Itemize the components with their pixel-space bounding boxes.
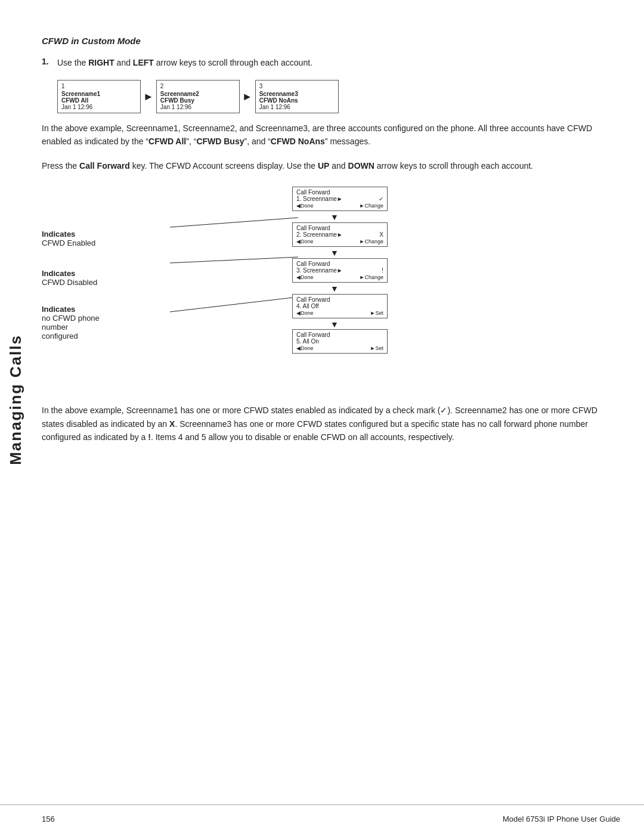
diagram-section: Indicates CFWD Enabled Indicates CFWD Di… bbox=[42, 187, 620, 389]
paragraph-1: In the above example, Screenname1, Scree… bbox=[42, 122, 620, 148]
cf-screen-2: Call Forward 2. Screenname► X ◀Done ►Cha… bbox=[292, 222, 388, 247]
svg-line-1 bbox=[170, 257, 298, 263]
paragraph-3: In the above example, Screenname1 has on… bbox=[42, 404, 620, 444]
arrow-down-2: ▼ bbox=[330, 248, 339, 258]
paragraph-2: Press the Call Forward key. The CFWD Acc… bbox=[42, 159, 620, 172]
phone-screens-row: 1 Screenname1 CFWD All Jan 1 12:96 ► 2 S… bbox=[57, 80, 620, 113]
label-cfwd-enabled: Indicates CFWD Enabled bbox=[42, 230, 173, 247]
phone-screen-3: 3 Screenname3 CFWD NoAns Jan 1 12:96 bbox=[255, 80, 339, 113]
phone-screen-2: 2 Screenname2 CFWD Busy Jan 1 12:96 bbox=[156, 80, 240, 113]
cf-screen-5: Call Forward 5. All On ◀Done ►Set bbox=[292, 329, 388, 354]
cf-screen-1: Call Forward 1. Screenname► ✓ ◀Done ►Cha… bbox=[292, 187, 388, 211]
arrow-down-3: ▼ bbox=[330, 284, 339, 294]
footer: 156 Model 6753i IP Phone User Guide bbox=[0, 804, 644, 833]
label-no-cfwd: Indicates no CFWD phone number configure… bbox=[42, 305, 173, 340]
cf-screen-4: Call Forward 4. All Off ◀Done ►Set bbox=[292, 294, 388, 318]
label-cfwd-disabled: Indicates CFWD Disabled bbox=[42, 269, 173, 287]
step-1: 1. Use the RIGHT and LEFT arrow keys to … bbox=[42, 57, 620, 69]
diagram-labels: Indicates CFWD Enabled Indicates CFWD Di… bbox=[42, 205, 173, 369]
main-content: CFWD in Custom Mode 1. Use the RIGHT and… bbox=[42, 0, 620, 490]
sidebar-label: Managing Calls bbox=[7, 335, 25, 465]
page-number: 156 bbox=[42, 815, 55, 823]
section-heading: CFWD in Custom Mode bbox=[42, 36, 620, 46]
phone-screen-1: 1 Screenname1 CFWD All Jan 1 12:96 bbox=[57, 80, 141, 113]
cf-screen-3: Call Forward 3. Screenname► ! ◀Done ►Cha… bbox=[292, 258, 388, 283]
arrow-down-1: ▼ bbox=[330, 212, 339, 222]
svg-line-2 bbox=[170, 297, 298, 312]
svg-line-0 bbox=[170, 218, 298, 227]
sidebar: Managing Calls bbox=[0, 0, 31, 799]
arrow-down-4: ▼ bbox=[330, 320, 339, 330]
step-1-number: 1. bbox=[42, 57, 52, 66]
cf-screens-column: Call Forward 1. Screenname► ✓ ◀Done ►Cha… bbox=[292, 187, 388, 355]
arrow-1: ► bbox=[143, 91, 154, 103]
arrow-2: ► bbox=[242, 91, 253, 103]
model-label: Model 6753i IP Phone User Guide bbox=[503, 815, 620, 823]
step-1-text: Use the RIGHT and LEFT arrow keys to scr… bbox=[57, 57, 312, 69]
